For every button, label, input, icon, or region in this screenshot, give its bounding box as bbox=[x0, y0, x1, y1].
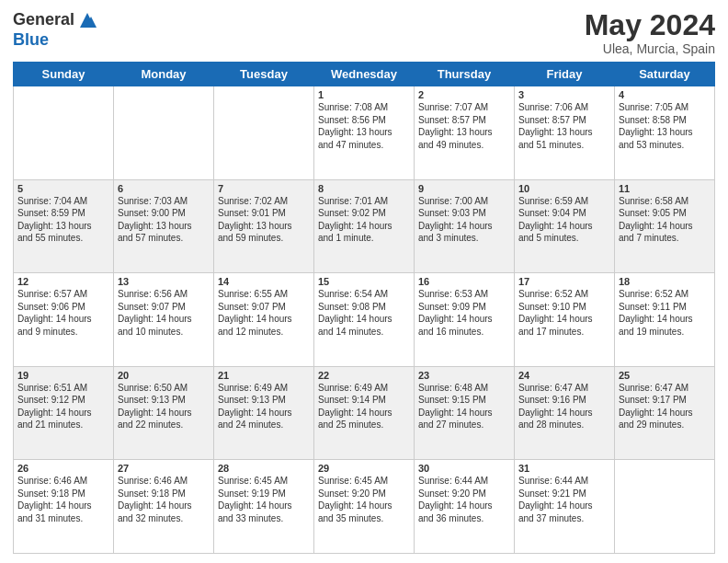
logo: General Blue bbox=[13, 9, 98, 50]
day-number: 10 bbox=[518, 183, 610, 194]
calendar-cell: 19Sunrise: 6:51 AMSunset: 9:12 PMDayligh… bbox=[14, 366, 114, 460]
logo-blue: Blue bbox=[13, 31, 98, 50]
calendar-cell: 17Sunrise: 6:52 AMSunset: 9:10 PMDayligh… bbox=[515, 273, 615, 367]
calendar-cell: 14Sunrise: 6:55 AMSunset: 9:07 PMDayligh… bbox=[214, 273, 314, 367]
day-number: 12 bbox=[17, 276, 109, 287]
day-number: 16 bbox=[418, 276, 510, 287]
logo-general: General bbox=[13, 11, 74, 29]
col-header-thursday: Thursday bbox=[415, 63, 515, 86]
calendar-cell: 13Sunrise: 6:56 AMSunset: 9:07 PMDayligh… bbox=[114, 273, 214, 367]
day-number: 4 bbox=[619, 89, 711, 100]
day-info: Sunrise: 6:55 AMSunset: 9:07 PMDaylight:… bbox=[218, 288, 310, 338]
col-header-monday: Monday bbox=[114, 63, 214, 86]
day-info: Sunrise: 7:03 AMSunset: 9:00 PMDaylight:… bbox=[118, 195, 210, 245]
day-info: Sunrise: 6:45 AMSunset: 9:20 PMDaylight:… bbox=[318, 475, 410, 524]
col-header-sunday: Sunday bbox=[14, 63, 114, 86]
calendar-cell: 18Sunrise: 6:52 AMSunset: 9:11 PMDayligh… bbox=[615, 273, 715, 367]
calendar-cell: 28Sunrise: 6:45 AMSunset: 9:19 PMDayligh… bbox=[214, 460, 314, 554]
day-info: Sunrise: 6:46 AMSunset: 9:18 PMDaylight:… bbox=[17, 475, 109, 524]
day-number: 9 bbox=[418, 183, 510, 194]
calendar-cell: 30Sunrise: 6:44 AMSunset: 9:20 PMDayligh… bbox=[415, 460, 515, 554]
calendar-cell: 22Sunrise: 6:49 AMSunset: 9:14 PMDayligh… bbox=[314, 366, 415, 460]
calendar-cell: 5Sunrise: 7:04 AMSunset: 8:59 PMDaylight… bbox=[14, 179, 114, 273]
calendar-cell bbox=[615, 460, 715, 554]
day-number: 30 bbox=[418, 463, 510, 474]
calendar-cell: 1Sunrise: 7:08 AMSunset: 8:56 PMDaylight… bbox=[314, 86, 415, 180]
calendar-cell: 7Sunrise: 7:02 AMSunset: 9:01 PMDaylight… bbox=[214, 179, 314, 273]
calendar-cell bbox=[114, 86, 214, 180]
calendar-cell: 25Sunrise: 6:47 AMSunset: 9:17 PMDayligh… bbox=[615, 366, 715, 460]
day-number: 25 bbox=[619, 370, 711, 381]
calendar-cell: 11Sunrise: 6:58 AMSunset: 9:05 PMDayligh… bbox=[615, 179, 715, 273]
day-info: Sunrise: 7:07 AMSunset: 8:57 PMDaylight:… bbox=[418, 101, 510, 151]
day-info: Sunrise: 6:49 AMSunset: 9:14 PMDaylight:… bbox=[318, 382, 410, 431]
day-number: 26 bbox=[17, 463, 109, 474]
day-number: 17 bbox=[518, 276, 610, 287]
day-info: Sunrise: 6:49 AMSunset: 9:13 PMDaylight:… bbox=[218, 382, 310, 431]
day-number: 5 bbox=[17, 183, 109, 194]
calendar-cell: 23Sunrise: 6:48 AMSunset: 9:15 PMDayligh… bbox=[415, 366, 515, 460]
title-area: May 2024 Ulea, Murcia, Spain bbox=[585, 9, 715, 56]
day-number: 7 bbox=[218, 183, 310, 194]
day-info: Sunrise: 6:45 AMSunset: 9:19 PMDaylight:… bbox=[218, 475, 310, 524]
day-number: 8 bbox=[318, 183, 410, 194]
day-info: Sunrise: 6:51 AMSunset: 9:12 PMDaylight:… bbox=[17, 382, 109, 431]
calendar-cell bbox=[214, 86, 314, 180]
calendar-cell: 24Sunrise: 6:47 AMSunset: 9:16 PMDayligh… bbox=[515, 366, 615, 460]
logo-text-block: General Blue bbox=[13, 9, 98, 50]
day-number: 31 bbox=[518, 463, 610, 474]
col-header-wednesday: Wednesday bbox=[314, 63, 415, 86]
calendar-week-1: 5Sunrise: 7:04 AMSunset: 8:59 PMDaylight… bbox=[14, 179, 715, 273]
calendar-cell: 3Sunrise: 7:06 AMSunset: 8:57 PMDaylight… bbox=[515, 86, 615, 180]
day-number: 23 bbox=[418, 370, 510, 381]
calendar-table: SundayMondayTuesdayWednesdayThursdayFrid… bbox=[13, 62, 715, 554]
calendar-cell: 2Sunrise: 7:07 AMSunset: 8:57 PMDaylight… bbox=[415, 86, 515, 180]
col-header-tuesday: Tuesday bbox=[214, 63, 314, 86]
day-number: 11 bbox=[619, 183, 711, 194]
header: General Blue May 2024 Ulea, Murcia, Spai… bbox=[13, 9, 715, 56]
calendar-cell: 9Sunrise: 7:00 AMSunset: 9:03 PMDaylight… bbox=[415, 179, 515, 273]
day-number: 13 bbox=[118, 276, 210, 287]
calendar-cell: 15Sunrise: 6:54 AMSunset: 9:08 PMDayligh… bbox=[314, 273, 415, 367]
day-info: Sunrise: 6:46 AMSunset: 9:18 PMDaylight:… bbox=[118, 475, 210, 524]
calendar-header-row: SundayMondayTuesdayWednesdayThursdayFrid… bbox=[14, 63, 715, 86]
day-number: 18 bbox=[619, 276, 711, 287]
calendar-cell: 16Sunrise: 6:53 AMSunset: 9:09 PMDayligh… bbox=[415, 273, 515, 367]
day-info: Sunrise: 7:04 AMSunset: 8:59 PMDaylight:… bbox=[17, 195, 109, 245]
day-info: Sunrise: 6:59 AMSunset: 9:04 PMDaylight:… bbox=[518, 195, 610, 245]
calendar-cell: 12Sunrise: 6:57 AMSunset: 9:06 PMDayligh… bbox=[14, 273, 114, 367]
day-info: Sunrise: 6:58 AMSunset: 9:05 PMDaylight:… bbox=[619, 195, 711, 245]
calendar-cell: 4Sunrise: 7:05 AMSunset: 8:58 PMDaylight… bbox=[615, 86, 715, 180]
day-info: Sunrise: 6:56 AMSunset: 9:07 PMDaylight:… bbox=[118, 288, 210, 338]
col-header-saturday: Saturday bbox=[615, 63, 715, 86]
day-number: 21 bbox=[218, 370, 310, 381]
day-number: 14 bbox=[218, 276, 310, 287]
calendar-cell: 27Sunrise: 6:46 AMSunset: 9:18 PMDayligh… bbox=[114, 460, 214, 554]
day-number: 20 bbox=[118, 370, 210, 381]
day-info: Sunrise: 6:48 AMSunset: 9:15 PMDaylight:… bbox=[418, 382, 510, 431]
page: General Blue May 2024 Ulea, Murcia, Spai… bbox=[0, 0, 728, 563]
location: Ulea, Murcia, Spain bbox=[585, 41, 715, 56]
logo-icon bbox=[76, 9, 98, 31]
calendar-week-4: 26Sunrise: 6:46 AMSunset: 9:18 PMDayligh… bbox=[14, 460, 715, 554]
day-number: 6 bbox=[118, 183, 210, 194]
day-info: Sunrise: 7:05 AMSunset: 8:58 PMDaylight:… bbox=[619, 101, 711, 151]
col-header-friday: Friday bbox=[515, 63, 615, 86]
day-number: 19 bbox=[17, 370, 109, 381]
calendar-cell bbox=[14, 86, 114, 180]
day-info: Sunrise: 6:47 AMSunset: 9:16 PMDaylight:… bbox=[518, 382, 610, 431]
day-info: Sunrise: 7:08 AMSunset: 8:56 PMDaylight:… bbox=[318, 101, 410, 151]
day-info: Sunrise: 7:01 AMSunset: 9:02 PMDaylight:… bbox=[318, 195, 410, 245]
day-info: Sunrise: 6:50 AMSunset: 9:13 PMDaylight:… bbox=[118, 382, 210, 431]
calendar-cell: 20Sunrise: 6:50 AMSunset: 9:13 PMDayligh… bbox=[114, 366, 214, 460]
day-info: Sunrise: 6:44 AMSunset: 9:20 PMDaylight:… bbox=[418, 475, 510, 524]
day-info: Sunrise: 6:52 AMSunset: 9:10 PMDaylight:… bbox=[518, 288, 610, 338]
day-number: 2 bbox=[418, 89, 510, 100]
day-info: Sunrise: 6:57 AMSunset: 9:06 PMDaylight:… bbox=[17, 288, 109, 338]
day-info: Sunrise: 6:54 AMSunset: 9:08 PMDaylight:… bbox=[318, 288, 410, 338]
calendar-cell: 8Sunrise: 7:01 AMSunset: 9:02 PMDaylight… bbox=[314, 179, 415, 273]
day-number: 22 bbox=[318, 370, 410, 381]
day-number: 15 bbox=[318, 276, 410, 287]
calendar-cell: 10Sunrise: 6:59 AMSunset: 9:04 PMDayligh… bbox=[515, 179, 615, 273]
calendar-week-3: 19Sunrise: 6:51 AMSunset: 9:12 PMDayligh… bbox=[14, 366, 715, 460]
